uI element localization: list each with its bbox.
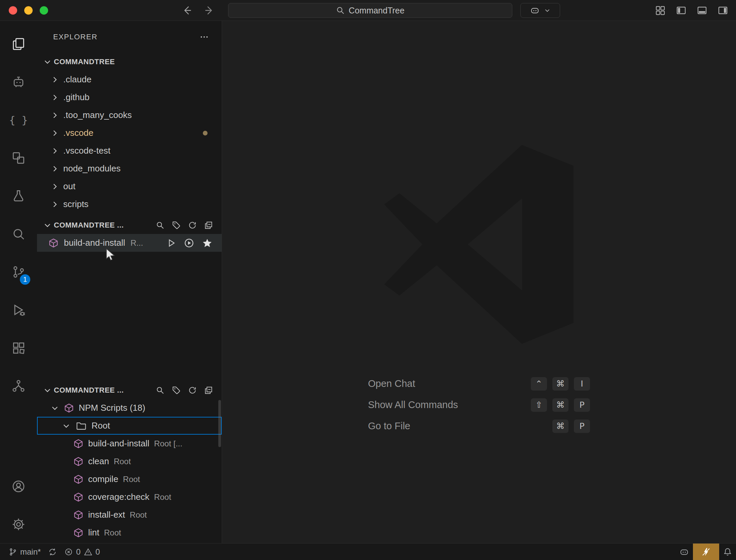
npm-script-compile[interactable]: compileRoot bbox=[37, 470, 222, 488]
sync-status-item[interactable] bbox=[44, 544, 61, 560]
ellipsis-icon[interactable] bbox=[199, 32, 209, 42]
chevron-down-icon bbox=[43, 221, 52, 230]
activity-extensions[interactable] bbox=[0, 329, 37, 367]
copilot-icon bbox=[530, 5, 540, 15]
chevron-down-icon bbox=[43, 386, 52, 395]
activity-cooks-extension[interactable] bbox=[0, 63, 37, 101]
scripts-pane-actions bbox=[156, 386, 213, 395]
activity-explorer[interactable] bbox=[0, 25, 37, 63]
project-folder-list: .claude.github.too_many_cooks.vscode.vsc… bbox=[37, 71, 222, 213]
npm-script-icon bbox=[64, 403, 74, 413]
run-icon[interactable] bbox=[167, 238, 176, 248]
scripts-pane-title: COMMANDTREE ... bbox=[54, 386, 124, 395]
warning-status-item[interactable] bbox=[693, 544, 719, 560]
scripts-pane-header[interactable]: COMMANDTREE ... bbox=[37, 382, 222, 399]
notifications-status-item[interactable] bbox=[719, 544, 736, 560]
activity-testing[interactable] bbox=[0, 177, 37, 215]
npm-script-build-and-install[interactable]: build-and-installRoot [... bbox=[37, 435, 222, 452]
explorer-folder-too-many-cooks[interactable]: .too_many_cooks bbox=[37, 106, 222, 124]
zoom-window-button[interactable] bbox=[40, 6, 48, 14]
keycap: P bbox=[574, 398, 590, 412]
npm-script-lint[interactable]: lintRoot bbox=[37, 524, 222, 542]
activity-hierarchy-extension[interactable] bbox=[0, 367, 37, 405]
favorites-pane-header[interactable]: COMMANDTREE ... bbox=[37, 216, 222, 234]
problems-status-item[interactable]: 0 0 bbox=[61, 544, 104, 560]
chevron-down-icon bbox=[544, 7, 551, 14]
npm-script-clean[interactable]: cleanRoot bbox=[37, 452, 222, 470]
favorites-pane-title: COMMANDTREE ... bbox=[54, 221, 124, 230]
activity-account[interactable] bbox=[0, 467, 37, 505]
refresh-icon[interactable] bbox=[188, 221, 197, 230]
shortcut-hints: Open Chat⌃⌘IShow All Commands⇧⌘PGo to Fi… bbox=[368, 373, 590, 437]
explorer-folder-vscode[interactable]: .vscode bbox=[37, 124, 222, 142]
explorer-folder-scripts[interactable]: scripts bbox=[37, 195, 222, 213]
toggle-panel-icon[interactable] bbox=[696, 5, 708, 16]
error-count: 0 bbox=[76, 547, 80, 557]
toggle-sidebar-right-icon[interactable] bbox=[717, 5, 729, 16]
chevron-right-icon bbox=[50, 75, 59, 84]
sync-icon bbox=[48, 548, 57, 556]
window-controls bbox=[9, 6, 48, 14]
explorer-folder-vscode-test[interactable]: .vscode-test bbox=[37, 142, 222, 160]
npm-script-list: build-and-installRoot [...cleanRootcompi… bbox=[37, 435, 222, 542]
root-folder-row-selected[interactable]: Root bbox=[37, 417, 222, 435]
npm-scripts-group-row[interactable]: NPM Scripts (18) bbox=[37, 399, 222, 417]
workbench: { } 1 bbox=[0, 21, 736, 543]
npm-script-icon bbox=[48, 238, 59, 248]
toggle-sidebar-left-icon[interactable] bbox=[675, 5, 687, 16]
activity-braces-extension[interactable]: { } bbox=[0, 101, 37, 139]
run-circle-icon[interactable] bbox=[184, 238, 194, 248]
close-window-button[interactable] bbox=[9, 6, 17, 14]
collapse-all-icon[interactable] bbox=[204, 386, 213, 395]
copilot-menu-button[interactable] bbox=[520, 3, 560, 18]
activity-source-control[interactable]: 1 bbox=[0, 253, 37, 291]
root-folder-label: Root bbox=[91, 421, 110, 431]
star-icon[interactable] bbox=[202, 238, 212, 248]
warning-count: 0 bbox=[96, 547, 100, 557]
scrollbar[interactable] bbox=[218, 400, 221, 447]
project-pane-header[interactable]: COMMANDTREE bbox=[37, 53, 222, 71]
minimize-window-button[interactable] bbox=[24, 6, 33, 14]
explorer-title: EXPLORER bbox=[53, 33, 199, 41]
script-label: build-and-install bbox=[88, 438, 149, 449]
folder-label: out bbox=[63, 181, 75, 192]
npm-script-install-ext[interactable]: install-extRoot bbox=[37, 506, 222, 524]
search-text: CommandTree bbox=[349, 6, 405, 15]
refresh-icon[interactable] bbox=[188, 386, 197, 395]
keycap: ⌘ bbox=[552, 398, 568, 412]
script-desc: Root bbox=[123, 475, 140, 484]
favorite-script-row[interactable]: build-and-install R... bbox=[37, 234, 222, 252]
collapse-all-icon[interactable] bbox=[204, 221, 213, 230]
activity-search[interactable] bbox=[0, 215, 37, 253]
npm-script-icon bbox=[73, 492, 83, 502]
back-arrow-icon[interactable] bbox=[182, 5, 192, 16]
activity-run-debug[interactable] bbox=[0, 291, 37, 329]
tag-icon[interactable] bbox=[172, 221, 181, 230]
copilot-status-item[interactable] bbox=[675, 544, 693, 560]
chevron-right-icon bbox=[50, 129, 59, 137]
folder-icon bbox=[76, 421, 86, 431]
filter-search-icon[interactable] bbox=[156, 221, 164, 230]
customize-layout-icon[interactable] bbox=[655, 5, 666, 16]
favorites-pane: COMMANDTREE ... build-and-install R... bbox=[37, 216, 222, 382]
activity-windows-extension[interactable] bbox=[0, 139, 37, 177]
explorer-folder-github[interactable]: .github bbox=[37, 88, 222, 106]
folder-label: scripts bbox=[63, 199, 88, 209]
tag-icon[interactable] bbox=[172, 386, 181, 395]
command-center-search[interactable]: CommandTree bbox=[228, 3, 512, 18]
gear-icon bbox=[11, 517, 26, 532]
npm-script-coverage-check[interactable]: coverage:checkRoot bbox=[37, 488, 222, 506]
filter-search-icon[interactable] bbox=[156, 386, 164, 395]
explorer-folder-out[interactable]: out bbox=[37, 177, 222, 195]
favorite-row-actions bbox=[167, 238, 212, 248]
explorer-folder-node-modules[interactable]: node_modules bbox=[37, 160, 222, 177]
folder-label: .vscode bbox=[63, 128, 94, 138]
explorer-folder-claude[interactable]: .claude bbox=[37, 71, 222, 88]
branch-status-item[interactable]: main* bbox=[5, 544, 44, 560]
npm-script-icon bbox=[73, 528, 83, 538]
chevron-down-icon bbox=[50, 404, 59, 412]
forward-arrow-icon[interactable] bbox=[204, 5, 215, 16]
project-pane: COMMANDTREE .claude.github.too_many_cook… bbox=[37, 53, 222, 213]
activity-settings[interactable] bbox=[0, 505, 37, 543]
activity-bar: { } 1 bbox=[0, 21, 37, 543]
